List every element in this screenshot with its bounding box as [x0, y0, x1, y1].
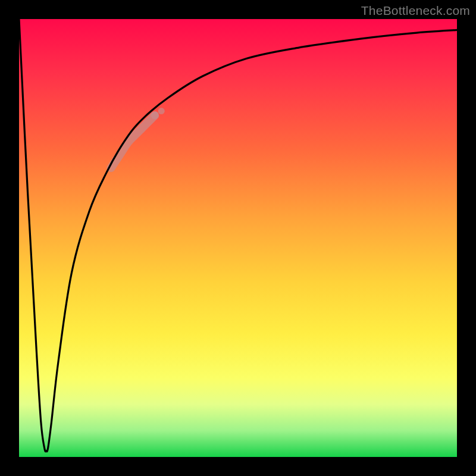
- curve-highlight: [111, 108, 165, 168]
- svg-point-0: [151, 111, 159, 119]
- chart-frame: TheBottleneck.com: [0, 0, 476, 476]
- plot-area: [19, 19, 457, 457]
- watermark-text: TheBottleneck.com: [361, 4, 470, 18]
- svg-point-1: [158, 108, 165, 114]
- bottleneck-curve: [19, 19, 457, 452]
- chart-svg: [19, 19, 457, 457]
